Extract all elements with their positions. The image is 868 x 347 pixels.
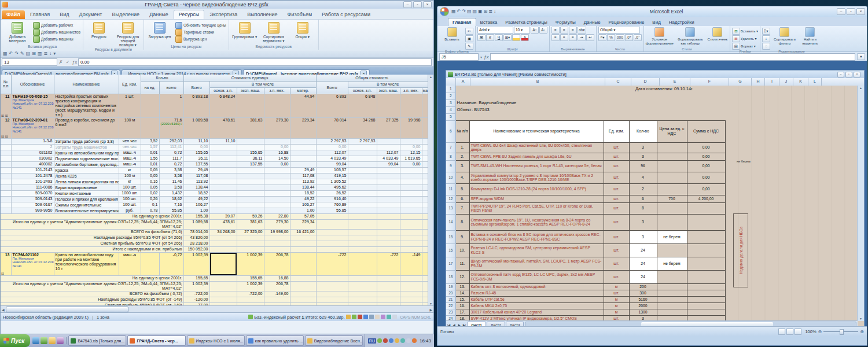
estimate-position-row[interactable]: 12⊟ ⊟ТЕРм08-02-399-01Пр. МинстрояНовосиб…: [1, 117, 428, 138]
tray-icon-6[interactable]: [406, 338, 411, 343]
status-icon-8[interactable]: [387, 315, 391, 319]
estimate-sub-row[interactable]: На единицу в ценах 2001г.155,3839,0759,2…: [1, 213, 428, 219]
shrink-font-icon[interactable]: A↓: [539, 27, 547, 34]
thousands-icon[interactable]: 000: [616, 34, 624, 41]
indent-icon[interactable]: ⇥: [578, 34, 586, 41]
ie-icon[interactable]: [32, 337, 39, 344]
tray-icon-3[interactable]: [389, 338, 393, 343]
add-machinists-button[interactable]: Добавить машинистов: [33, 29, 80, 35]
cut-icon[interactable]: ✂: [465, 28, 473, 35]
item-row-14[interactable]: 2014.Разъем RJ-45шт.300: [446, 290, 858, 296]
fill-color-icon[interactable]: [512, 34, 520, 41]
quick-toolbar-icon-10[interactable]: ▾: [53, 51, 56, 57]
folder-icon[interactable]: [49, 337, 56, 344]
minimize-button[interactable]: –: [837, 8, 845, 15]
task-button-5[interactable]: Видеонаблюдение Воен...: [305, 335, 363, 346]
align-middle-icon[interactable]: ≡: [560, 27, 568, 34]
find-select-button[interactable]: Найти и выделить: [799, 27, 821, 45]
quick-toolbar-icon-3[interactable]: ↷: [14, 51, 19, 57]
item-row-2[interactable]: 82.TWT-CBWL-FPB-6U Задняя панель для шка…: [446, 153, 858, 160]
item-row-6[interactable]: 126.SFP-модуль WDMшт.67004 200,00: [446, 195, 858, 202]
cell-styles-button[interactable]: Стили ячеек: [707, 27, 728, 42]
number-format-select[interactable]: Общий ▾: [598, 27, 640, 34]
decrease-decimal-icon[interactable]: ,0⁻: [634, 34, 642, 41]
paste-button[interactable]: Вставить: [440, 27, 464, 42]
estimate-sub-row[interactable]: Итого с накладными и см. прибылью150 052…: [1, 246, 428, 252]
workbook-title-bar[interactable]: В47543.xls [Только для чтения] [Режим со…: [446, 71, 864, 78]
zoom-level[interactable]: 100%: [805, 329, 816, 334]
wb-vertical-scrollbar[interactable]: ▲▼: [857, 86, 864, 321]
grow-font-icon[interactable]: A↑: [531, 27, 539, 34]
estimate-sub-row[interactable]: 101-2143Краскакг0,053,5829,4929,49105,57: [1, 167, 428, 173]
underline-button[interactable]: Ч: [495, 34, 503, 41]
column-header-D[interactable]: D: [631, 78, 660, 86]
column-header-K[interactable]: K: [793, 78, 808, 86]
zoom-in-icon[interactable]: ⊕: [860, 329, 864, 334]
tray-icon-5[interactable]: [400, 338, 405, 343]
estimate-sub-row[interactable]: Накладные расходы 95%*0.85 ФОТ (от -149)…: [1, 297, 428, 302]
font-name-select[interactable]: Arial ▾: [477, 27, 513, 34]
options-button[interactable]: Опции ▾: [289, 21, 316, 39]
fill-icon[interactable]: ↓: [762, 35, 770, 42]
restore-button[interactable]: ▫: [413, 1, 422, 8]
conditional-formatting-button[interactable]: Условное форматирование: [646, 27, 674, 45]
column-header-B[interactable]: B: [470, 78, 605, 86]
estimate-sub-row[interactable]: 400002Автомобили бортовые, грузопод...ма…: [1, 161, 428, 167]
estimate-position-row[interactable]: 13⊟ТСЭМ-021102Пр. МинстрояНовосиб.обл. о…: [1, 252, 428, 275]
quick-toolbar-icon-4[interactable]: ✎: [20, 51, 24, 57]
page-layout-view-icon[interactable]: [786, 328, 793, 335]
delete-cells-button[interactable]: Удалить ▾: [741, 36, 757, 42]
export-prices-button[interactable]: Выгрузка цен: [175, 36, 226, 42]
status-icon-9[interactable]: [392, 315, 397, 319]
estimate-sub-row[interactable]: 999-9950Вспомогательные ненормируемые...…: [1, 208, 428, 213]
item-row-15[interactable]: 2115.Кабель UTP cat.5ем5160: [446, 296, 858, 302]
tray-icon-4[interactable]: [395, 338, 399, 343]
excel-qat-icon-4[interactable]: ▤: [467, 9, 472, 14]
italic-button[interactable]: К: [486, 34, 494, 41]
media-icon[interactable]: [57, 337, 64, 344]
sheet-row-3[interactable]: 3Название: Видеонаблюдение: [446, 99, 858, 106]
ribbon-tab-3[interactable]: Вид: [55, 10, 73, 19]
estimate-sub-row[interactable]: Итого на единицу с учетом "Административ…: [1, 281, 428, 291]
estimate-sub-row[interactable]: 1-3-8Затраты труда рабочих (ср 3,8)чел.ч…: [1, 138, 428, 144]
font-color-icon[interactable]: А: [521, 34, 529, 41]
close-button[interactable]: ×: [856, 8, 865, 15]
column-header-J[interactable]: J: [779, 78, 793, 86]
excel-qat-icon-3[interactable]: ↷: [462, 9, 466, 14]
ribbon-tab-9[interactable]: Выполнение: [242, 10, 282, 19]
estimate-sub-row[interactable]: На единицу в ценах 2001г.155,65155,6516,…: [1, 275, 428, 281]
item-row-7[interactable]: 137.TWT-PP24UTP 19", 24 RJ45 Port, Cat.5…: [446, 202, 858, 214]
status-icon-1[interactable]: [346, 315, 351, 319]
item-row-8[interactable]: 148.Оптическая патч-панель 19", 1U, неза…: [446, 214, 858, 230]
refresh-prices-button[interactable]: Обновить текущие цены: [175, 22, 226, 28]
ribbon-tab-7[interactable]: Ресурсы: [174, 10, 205, 19]
sorting-button[interactable]: Сортировка ведомости ▾: [260, 21, 287, 43]
tray-icon-2[interactable]: [383, 338, 388, 343]
item-row-12[interactable]: 1812.Оптоволоконный патч-корд 9/125, LC-…: [446, 270, 858, 283]
format-as-table-button[interactable]: Форматировать как таблицу: [675, 27, 705, 45]
align-bottom-icon[interactable]: ≡: [569, 27, 577, 34]
insert-cells-button[interactable]: Вставить ▾: [741, 28, 758, 34]
estimate-position-row[interactable]: 11⊞ ⊞ТЕРм10-06-068-15Пр. МинстрояНовосиб…: [1, 94, 428, 117]
column-header-C[interactable]: C: [605, 78, 631, 86]
bold-button[interactable]: Ж: [477, 34, 486, 41]
vertical-scrollbar[interactable]: ▲▼: [428, 75, 433, 306]
formula-expand-icon[interactable]: ▾: [857, 53, 865, 60]
normal-view-icon[interactable]: [778, 328, 785, 335]
language-indicator[interactable]: RU: [368, 338, 376, 344]
start-button[interactable]: Пуск: [0, 334, 30, 347]
zoom-slider[interactable]: [823, 331, 858, 332]
excel-qat-icon-6[interactable]: ▣: [478, 9, 483, 14]
sheet-row-2[interactable]: 2: [446, 93, 858, 99]
status-icon-2[interactable]: [352, 315, 356, 319]
wb-close-button[interactable]: ×: [854, 72, 860, 77]
enter-icon[interactable]: ✓: [64, 60, 71, 65]
clock[interactable]: 16:43: [420, 338, 431, 344]
resources-for-position-button[interactable]: Ресурсы для текущей позиции ▾: [115, 21, 141, 47]
format-cells-button[interactable]: Формат ▾: [741, 43, 756, 49]
item-row-10[interactable]: 1610.Розетка LC-LC, одномодовая SM, цент…: [446, 243, 858, 257]
estimate-sub-row[interactable]: 021102Краны на автомобильном ходу пр...м…: [1, 150, 428, 156]
estimate-sub-row[interactable]: 509-0143Полоски и пряжки для крепления .…: [1, 196, 428, 202]
orientation-icon[interactable]: ab▾: [578, 27, 586, 34]
tray-icon-1[interactable]: [377, 338, 382, 343]
